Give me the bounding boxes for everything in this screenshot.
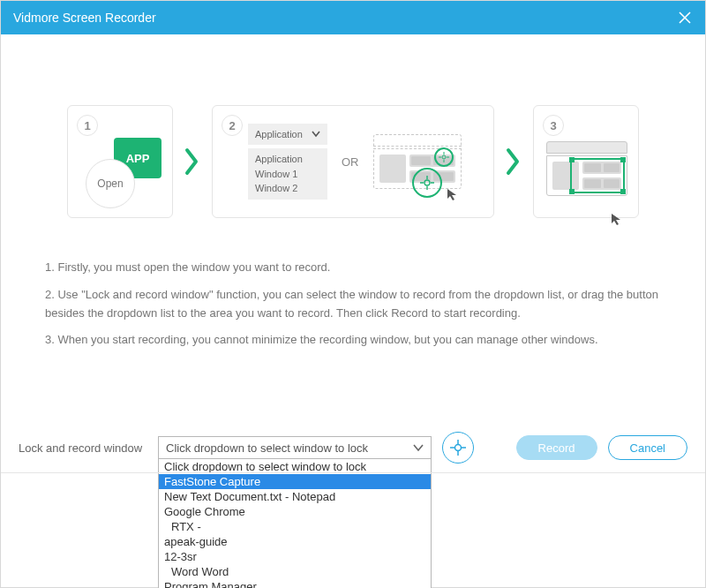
list-item: Window 2: [255, 181, 320, 196]
chevron-right-icon: [505, 147, 522, 177]
dropdown-option[interactable]: New Text Document.txt - Notepad: [159, 489, 431, 504]
dropdown-option[interactable]: FastStone Capture: [159, 474, 431, 489]
dropdown-option[interactable]: Word Word: [159, 564, 431, 579]
chevron-right-icon: [184, 147, 201, 177]
instructions: 1. Firstly, you must open the window you…: [45, 259, 661, 350]
instruction-line: 3. When you start recording, you cannot …: [45, 331, 661, 350]
close-icon[interactable]: [677, 10, 693, 26]
list-item: Window 1: [255, 167, 320, 182]
window-dropdown[interactable]: Click dropdown to select window to lock: [158, 436, 432, 459]
svg-point-2: [455, 445, 462, 451]
step-badge-3: 3: [543, 115, 564, 136]
window-dropdown-list[interactable]: Click dropdown to select window to lockF…: [158, 459, 432, 588]
step3-mock-window: [546, 141, 627, 196]
dropdown-value: Click dropdown to select window to lock: [166, 441, 368, 455]
crosshair-icon: [449, 439, 467, 456]
or-label: OR: [342, 155, 359, 169]
svg-point-0: [442, 155, 446, 159]
cancel-button[interactable]: Cancel: [608, 435, 687, 460]
window-title: Vidmore Screen Recorder: [13, 11, 156, 25]
crosshair-icon: [434, 147, 454, 167]
step2-selector-head: Application: [248, 124, 327, 145]
drag-crosshair-button[interactable]: [442, 432, 474, 464]
modal-window: Vidmore Screen Recorder 1 APP Open 2 App…: [0, 0, 706, 588]
steps-row: 1 APP Open 2 Application: [45, 105, 661, 218]
instruction-line: 1. Firstly, you must open the window you…: [45, 259, 661, 277]
content-area: 1 APP Open 2 Application: [1, 34, 705, 350]
step2-selector: Application Application Window 1 Window …: [248, 124, 327, 200]
step-badge-1: 1: [77, 115, 98, 136]
step2-mock-window: [373, 134, 462, 189]
chevron-down-icon: [413, 441, 424, 455]
svg-point-1: [424, 180, 430, 185]
titlebar: Vidmore Screen Recorder: [1, 1, 705, 34]
open-label: Open: [86, 159, 135, 208]
lock-window-label: Lock and record window: [19, 441, 147, 455]
step2-selector-list: Application Window 1 Window 2: [248, 148, 327, 200]
divider: [1, 472, 705, 473]
dropdown-option[interactable]: 12-3sr: [159, 549, 431, 564]
dropdown-option[interactable]: RTX -: [159, 519, 431, 534]
step-3-card: 3: [533, 105, 639, 218]
selector-head-label: Application: [255, 129, 303, 139]
step-1-card: 1 APP Open: [67, 105, 173, 218]
dropdown-option[interactable]: Google Chrome: [159, 504, 431, 519]
chevron-down-icon: [312, 129, 320, 139]
record-button[interactable]: Record: [516, 435, 597, 460]
cursor-icon: [446, 187, 460, 201]
step-badge-2: 2: [222, 115, 243, 136]
controls-row: Lock and record window Click dropdown to…: [19, 432, 687, 464]
crosshair-icon: [412, 168, 442, 198]
step-2-card: 2 Application Application Window 1 Windo…: [212, 105, 494, 218]
window-dropdown-wrap: Click dropdown to select window to lock …: [158, 436, 432, 459]
dropdown-option[interactable]: Program Manager: [159, 579, 431, 588]
list-item: Application: [255, 152, 320, 167]
instruction-line: 2. Use "Lock and record window" function…: [45, 286, 661, 323]
dropdown-option[interactable]: apeak-guide: [159, 534, 431, 549]
cursor-icon: [610, 212, 624, 226]
